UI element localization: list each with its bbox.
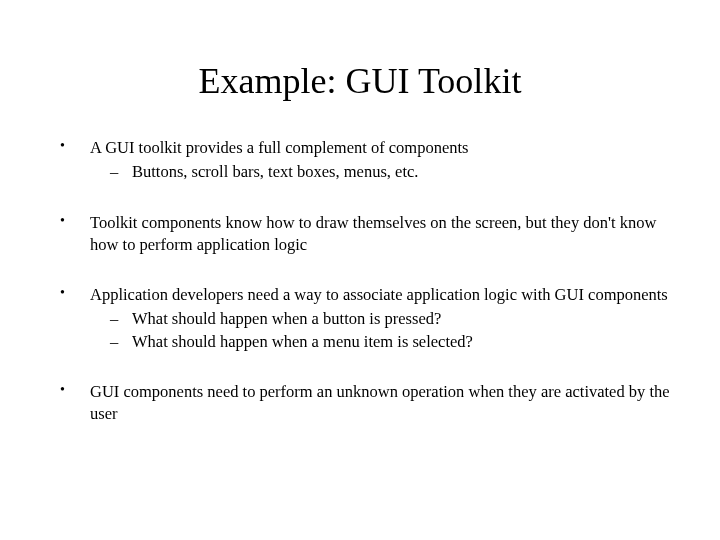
bullet-text: Toolkit components know how to draw them… [90,213,656,254]
slide-title: Example: GUI Toolkit [40,60,680,102]
bullet-item: A GUI toolkit provides a full complement… [60,137,680,184]
bullet-item: Toolkit components know how to draw them… [60,212,680,257]
sub-list: Buttons, scroll bars, text boxes, menus,… [90,161,680,183]
bullet-list: A GUI toolkit provides a full complement… [40,137,680,425]
bullet-text: Application developers need a way to ass… [90,285,668,304]
bullet-text: GUI components need to perform an unknow… [90,382,670,423]
sub-item: What should happen when a menu item is s… [110,331,680,353]
sub-item: Buttons, scroll bars, text boxes, menus,… [110,161,680,183]
bullet-item: GUI components need to perform an unknow… [60,381,680,426]
sub-list: What should happen when a button is pres… [90,308,680,353]
sub-item: What should happen when a button is pres… [110,308,680,330]
bullet-item: Application developers need a way to ass… [60,284,680,353]
bullet-text: A GUI toolkit provides a full complement… [90,138,469,157]
